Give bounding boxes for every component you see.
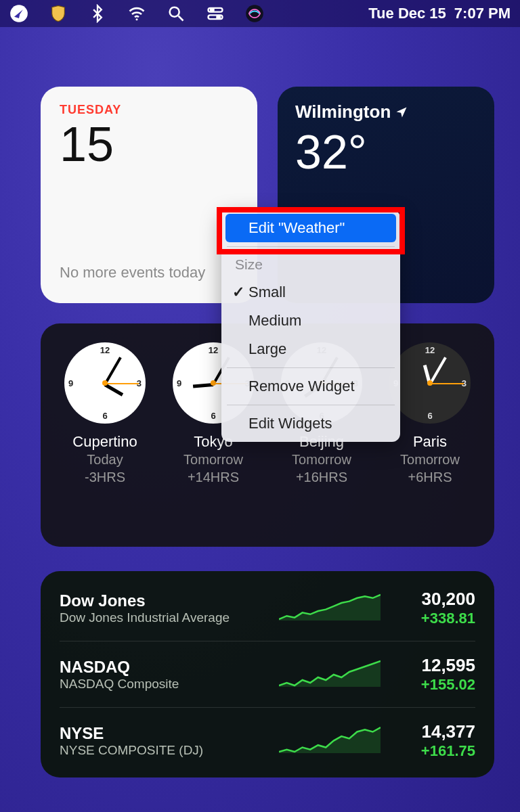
- stock-row[interactable]: NASDAQ NASDAQ Composite 12,595 +155.02: [60, 641, 475, 708]
- svg-point-2: [170, 7, 179, 17]
- menu-remove-widget[interactable]: Remove Widget: [225, 372, 396, 401]
- stocks-widget[interactable]: Dow Jones Dow Jones Industrial Average 3…: [41, 571, 494, 777]
- clock-offset: -3HRS: [54, 468, 156, 486]
- location-icon[interactable]: [9, 4, 28, 23]
- clock-day: Tomorrow: [379, 451, 481, 468]
- weather-city: Wilmington: [295, 102, 391, 122]
- stock-desc: NASDAQ Composite: [60, 677, 279, 692]
- shield-icon[interactable]: [49, 4, 68, 23]
- bluetooth-icon[interactable]: [88, 4, 107, 23]
- calendar-day-number: 15: [60, 120, 238, 168]
- svg-line-3: [179, 16, 183, 21]
- clock-face: 12369: [64, 342, 146, 424]
- svg-point-7: [217, 16, 220, 19]
- menu-size-medium[interactable]: Medium: [225, 307, 396, 335]
- control-center-icon[interactable]: [206, 4, 225, 23]
- clock-face: 12369: [389, 342, 471, 424]
- menu-size-large[interactable]: Large: [225, 335, 396, 363]
- wifi-icon[interactable]: [127, 4, 146, 23]
- clock-offset: +6HRS: [379, 468, 481, 486]
- menu-divider: [227, 367, 395, 368]
- clock-cupertino: 12369 Cupertino Today -3HRS: [54, 342, 156, 532]
- siri-icon[interactable]: [245, 4, 264, 23]
- calendar-events: No more events today: [60, 264, 238, 281]
- stock-price: 30,200: [381, 589, 475, 610]
- clock-day: Tomorrow: [162, 451, 264, 468]
- location-arrow-icon: [395, 106, 408, 119]
- stock-symbol: NASDAQ: [60, 658, 279, 677]
- clock-city: Cupertino: [54, 433, 156, 451]
- menubar-date: Tue Dec 15: [368, 5, 446, 22]
- stock-sparkline: [279, 660, 381, 690]
- clock-offset: +14HRS: [162, 468, 264, 486]
- svg-point-5: [211, 8, 214, 12]
- stock-price: 12,595: [381, 655, 475, 676]
- stock-desc: Dow Jones Industrial Average: [60, 610, 279, 625]
- menubar: Tue Dec 15 7:07 PM: [0, 0, 520, 27]
- stock-symbol: Dow Jones: [60, 591, 279, 610]
- search-icon[interactable]: [167, 4, 186, 23]
- stock-change: +161.75: [381, 742, 475, 760]
- stock-price: 14,377: [381, 721, 475, 742]
- menu-size-small[interactable]: Small: [225, 278, 396, 307]
- menu-edit-weather[interactable]: Edit "Weather": [225, 214, 396, 242]
- weather-temp: 32°: [295, 125, 477, 179]
- stock-change: +155.02: [381, 676, 475, 694]
- stock-sparkline: [279, 593, 381, 623]
- menu-divider: [227, 246, 395, 247]
- menubar-time: 7:07 PM: [454, 5, 511, 22]
- clock-offset: +16HRS: [271, 468, 372, 486]
- svg-point-1: [135, 18, 137, 20]
- stock-sparkline: [279, 726, 381, 756]
- stock-change: +338.81: [381, 610, 475, 627]
- calendar-day-label: TUESDAY: [60, 103, 238, 117]
- widget-context-menu: Edit "Weather" Size Small Medium Large R…: [221, 210, 400, 442]
- stock-row[interactable]: NYSE NYSE COMPOSITE (DJ) 14,377 +161.75: [60, 708, 475, 773]
- stock-row[interactable]: Dow Jones Dow Jones Industrial Average 3…: [60, 575, 475, 641]
- menu-size-header: Size: [225, 251, 396, 278]
- clock-day: Tomorrow: [271, 451, 372, 468]
- menu-edit-widgets[interactable]: Edit Widgets: [225, 409, 396, 438]
- stock-symbol: NYSE: [60, 724, 279, 743]
- stock-desc: NYSE COMPOSITE (DJ): [60, 743, 279, 758]
- menu-divider: [227, 405, 395, 405]
- clock-day: Today: [54, 451, 156, 468]
- menubar-datetime[interactable]: Tue Dec 15 7:07 PM: [368, 5, 511, 22]
